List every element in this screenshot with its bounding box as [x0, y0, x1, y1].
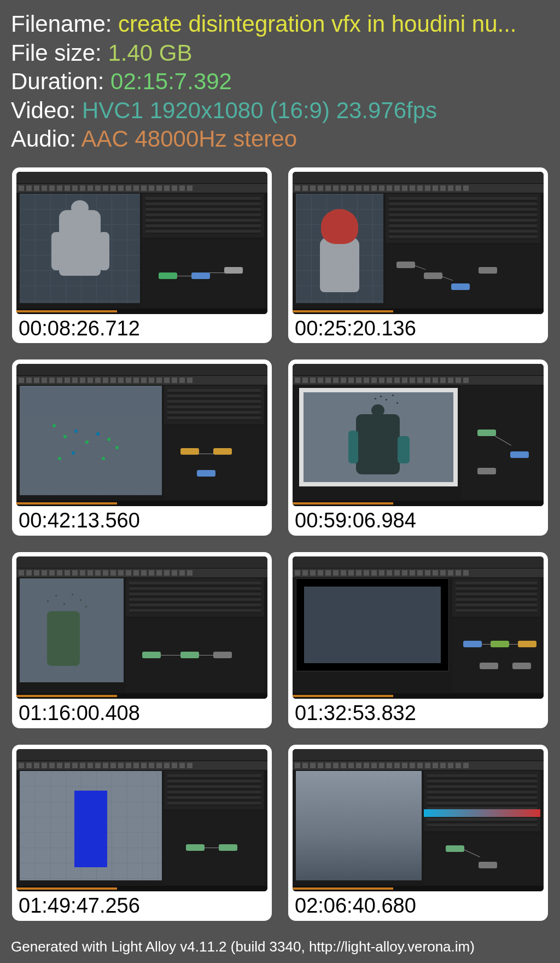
thumbnail-image — [293, 364, 544, 506]
thumbnail-image — [16, 556, 267, 699]
thumbnail-timestamp: 00:42:13.560 — [16, 506, 267, 533]
label-video: Video: — [11, 97, 82, 123]
value-video: HVC1 1920x1080 (16:9) 23.976fps — [82, 97, 437, 123]
thumbnail-grid: 00:08:26.712 00:25:20.136 — [0, 162, 560, 926]
thumbnail-timestamp: 01:32:53.832 — [293, 699, 544, 726]
thumbnail-timestamp: 01:16:00.408 — [16, 699, 267, 726]
thumbnail-timestamp: 00:08:26.712 — [16, 314, 267, 341]
thumbnail-card: 01:16:00.408 — [12, 552, 272, 728]
row-video: Video: HVC1 1920x1080 (16:9) 23.976fps — [11, 96, 549, 125]
thumbnail-timestamp: 00:59:06.984 — [293, 506, 544, 533]
thumbnail-card: 00:59:06.984 — [288, 359, 548, 536]
thumbnail-timestamp: 01:49:47.256 — [16, 891, 267, 919]
thumbnail-image — [16, 749, 267, 891]
thumbnail-image — [293, 172, 544, 314]
thumbnail-card: 01:32:53.832 — [288, 552, 548, 728]
label-filesize: File size: — [11, 40, 108, 66]
thumbnail-timestamp: 00:25:20.136 — [293, 314, 544, 341]
thumbnail-image — [293, 556, 544, 699]
thumbnail-image — [16, 364, 267, 506]
value-filesize: 1.40 GB — [108, 40, 192, 66]
thumbnail-image — [16, 172, 267, 314]
value-audio: AAC 48000Hz stereo — [81, 126, 297, 152]
thumbnail-card: 00:25:20.136 — [288, 167, 548, 344]
thumbnail-timestamp: 02:06:40.680 — [293, 891, 544, 919]
footer-generator-text: Generated with Light Alloy v4.11.2 (buil… — [11, 938, 475, 955]
thumbnail-card: 00:08:26.712 — [12, 167, 272, 344]
label-audio: Audio: — [11, 126, 81, 152]
row-duration: Duration: 02:15:7.392 — [11, 67, 549, 96]
row-filename: Filename: create disintegration vfx in h… — [11, 10, 549, 39]
row-audio: Audio: AAC 48000Hz stereo — [11, 125, 549, 154]
label-duration: Duration: — [11, 68, 110, 94]
value-duration: 02:15:7.392 — [110, 68, 232, 94]
value-filename: create disintegration vfx in houdini nu.… — [118, 11, 516, 37]
thumbnail-card: 01:49:47.256 — [12, 745, 272, 921]
thumbnail-image — [293, 749, 544, 891]
thumbnail-card: 00:42:13.560 — [12, 359, 272, 536]
row-filesize: File size: 1.40 GB — [11, 39, 549, 68]
media-info-block: Filename: create disintegration vfx in h… — [0, 0, 560, 162]
label-filename: Filename: — [11, 11, 118, 37]
thumbnail-card: 02:06:40.680 — [288, 745, 548, 921]
